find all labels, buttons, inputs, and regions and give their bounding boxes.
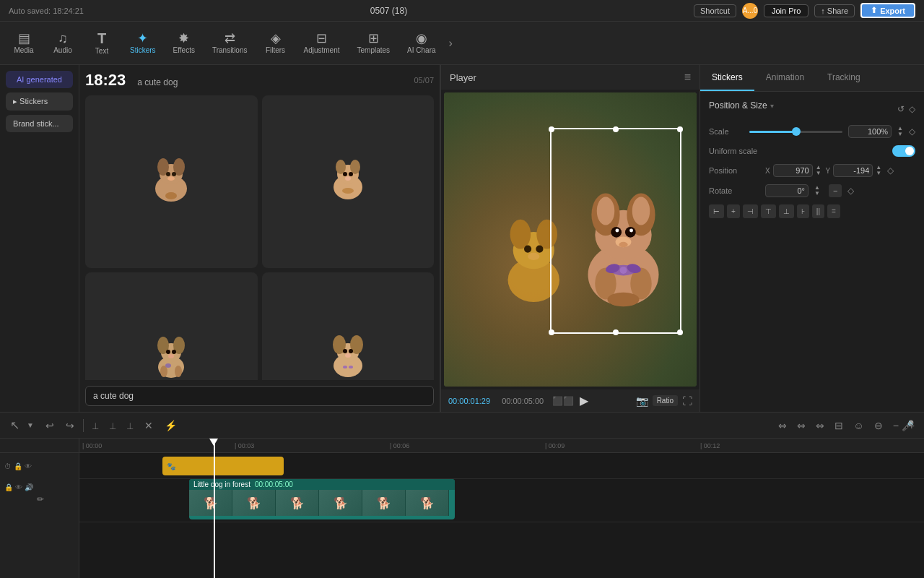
export-button[interactable]: ⬆ Export bbox=[860, 3, 915, 18]
nav-item-adjustment[interactable]: ⊟ Adjustment bbox=[297, 27, 347, 59]
nav-item-transitions[interactable]: ⇄ Transitions bbox=[205, 27, 255, 59]
toggle-on[interactable] bbox=[892, 145, 915, 157]
video-track-audio[interactable]: 🔊 bbox=[25, 483, 33, 491]
sticker-track-eye[interactable]: 👁 bbox=[25, 462, 32, 470]
project-id: 0507 (18) bbox=[370, 6, 407, 16]
sticker-track-clock[interactable]: ⏱ bbox=[4, 462, 12, 470]
sticker-item-1[interactable] bbox=[85, 95, 258, 268]
tab-animation[interactable]: Animation bbox=[754, 65, 816, 91]
sticker-item-2[interactable] bbox=[262, 95, 435, 268]
svg-point-38 bbox=[510, 220, 531, 249]
align-top-button[interactable]: ⊤ bbox=[761, 204, 776, 218]
position-keyframe-button[interactable]: ◇ bbox=[887, 165, 894, 176]
pos-x-down[interactable]: ▼ bbox=[816, 171, 821, 176]
nav-more-button[interactable]: › bbox=[446, 34, 456, 53]
uniform-scale-toggle[interactable] bbox=[892, 145, 915, 157]
timeline-tool-5[interactable]: ☺ bbox=[850, 418, 866, 433]
nav-item-templates[interactable]: ⊞ Templates bbox=[350, 27, 398, 59]
align-center-v-button[interactable]: ⊥ bbox=[779, 204, 794, 218]
keyframe-position-button[interactable]: ◇ bbox=[909, 104, 915, 114]
scale-keyframe-button[interactable]: ◇ bbox=[909, 126, 915, 137]
align-center-h-button[interactable]: + bbox=[727, 204, 740, 218]
cartoon-dog-sticker[interactable] bbox=[570, 145, 676, 351]
ai-generated-button[interactable]: AI generated bbox=[6, 71, 73, 88]
tab-tracking[interactable]: Tracking bbox=[816, 65, 872, 91]
redo-button[interactable]: ↪ bbox=[63, 418, 77, 433]
sticker-clip[interactable]: 🐾 bbox=[162, 457, 284, 475]
timeline-tool-6[interactable]: ⊖ bbox=[871, 418, 886, 433]
video-clip-label: Little dog in forest bbox=[193, 480, 250, 488]
video-track-icons: 🔒 👁 🔊 bbox=[4, 483, 74, 491]
nav-item-filters[interactable]: ◈ Filters bbox=[258, 27, 294, 59]
undo-button[interactable]: ↩ bbox=[43, 418, 57, 433]
align-bottom-button[interactable]: ⊦ bbox=[797, 204, 809, 218]
pos-x-field: X ▲ ▼ bbox=[765, 164, 821, 177]
position-size-chevron: ▾ bbox=[770, 102, 774, 110]
svg-point-52 bbox=[629, 229, 633, 233]
nav-item-aichars[interactable]: ◉ AI Chara bbox=[400, 27, 443, 59]
svg-point-50 bbox=[625, 227, 636, 238]
split-button[interactable]: ⟂ bbox=[90, 418, 101, 433]
reset-position-button[interactable]: ↺ bbox=[897, 104, 905, 114]
nav-item-stickers[interactable]: ✦ Stickers bbox=[123, 27, 163, 59]
split-right-button[interactable]: ⟂ bbox=[124, 418, 136, 433]
rotate-flip-button[interactable]: − bbox=[829, 184, 842, 197]
sticker-search-input[interactable] bbox=[85, 386, 434, 406]
play-button[interactable]: ▶ bbox=[580, 394, 588, 407]
rotate-input[interactable] bbox=[765, 184, 808, 197]
video-track-lock[interactable]: 🔒 bbox=[4, 483, 13, 491]
speed-button[interactable]: ⚡ bbox=[162, 418, 180, 433]
left-panel: AI generated ▸ Stickers Brand stick... bbox=[0, 65, 79, 412]
tab-stickers[interactable]: Stickers bbox=[700, 65, 754, 91]
nav-item-audio[interactable]: ♫ Audio bbox=[45, 27, 81, 59]
ratio-button[interactable]: Ratio bbox=[653, 395, 678, 406]
timeline-tool-2[interactable]: ⇔ bbox=[794, 418, 808, 433]
timeline-ruler: | 00:00 | 00:03 | 00:06 | 00:09 | 00:12 bbox=[79, 439, 924, 453]
scale-down-button[interactable]: ▼ bbox=[897, 131, 903, 137]
align-left-button[interactable]: ⊢ bbox=[709, 204, 724, 218]
align-dist-h-button[interactable]: || bbox=[812, 204, 824, 218]
avatar[interactable]: A...0 bbox=[742, 3, 758, 19]
player-menu-icon[interactable]: ≡ bbox=[684, 71, 691, 84]
right-panel: Stickers Animation Tracking Position & S… bbox=[700, 65, 924, 412]
align-dist-v-button[interactable]: = bbox=[827, 204, 840, 218]
nav-item-effects[interactable]: ✸ Effects bbox=[166, 27, 202, 59]
timeline-tool-4[interactable]: ⊟ bbox=[832, 418, 846, 433]
pos-y-input[interactable] bbox=[833, 164, 873, 177]
timeline-tool-1[interactable]: ⇔ bbox=[775, 418, 790, 433]
video-track-eye[interactable]: 👁 bbox=[15, 483, 22, 491]
nav-item-text[interactable]: T Text bbox=[84, 27, 120, 59]
pos-x-input[interactable] bbox=[773, 164, 813, 177]
pos-y-down[interactable]: ▼ bbox=[876, 171, 881, 176]
scale-input[interactable] bbox=[848, 125, 892, 138]
fullscreen-button[interactable]: ⛶ bbox=[682, 395, 692, 407]
stickers-category-button[interactable]: ▸ Stickers bbox=[6, 92, 73, 111]
sticker-time: 18:23 bbox=[85, 71, 126, 90]
shortcut-button[interactable]: Shortcut bbox=[694, 4, 736, 17]
pos-y-label: Y bbox=[826, 167, 831, 175]
timeline-tool-3[interactable]: ⇔ bbox=[813, 418, 827, 433]
brand-stickers-button[interactable]: Brand stick... bbox=[6, 115, 73, 132]
nav-item-media[interactable]: ▤ Media bbox=[6, 27, 42, 59]
delete-button[interactable]: ✕ bbox=[141, 418, 156, 433]
rotate-down[interactable]: ▼ bbox=[814, 191, 820, 197]
svg-point-25 bbox=[175, 366, 182, 377]
select-dropdown[interactable]: ▼ bbox=[24, 420, 37, 431]
select-button[interactable]: ↖ bbox=[7, 417, 22, 434]
video-track-edit[interactable]: ✏ bbox=[6, 494, 74, 504]
camera-button[interactable]: 📷 bbox=[636, 395, 648, 407]
mic-button[interactable]: 🎤 bbox=[899, 418, 917, 433]
svg-point-39 bbox=[536, 220, 557, 249]
scale-slider[interactable] bbox=[749, 131, 842, 133]
share-button[interactable]: ↑ Share bbox=[814, 4, 855, 17]
align-right-button[interactable]: ⊣ bbox=[743, 204, 758, 218]
sticker-clip-icon: 🐾 bbox=[167, 462, 175, 470]
join-pro-button[interactable]: Join Pro bbox=[764, 4, 808, 17]
svg-point-35 bbox=[349, 366, 353, 368]
video-clip[interactable]: Little dog in forest 00:00:05:00 🐕 🐕 🐕 🐕… bbox=[189, 479, 455, 519]
sticker-item-4[interactable] bbox=[262, 272, 435, 381]
sticker-item-3[interactable] bbox=[85, 272, 258, 381]
rotate-keyframe-button[interactable]: ◇ bbox=[847, 186, 854, 196]
split-left-button[interactable]: ⟂ bbox=[107, 418, 118, 433]
sticker-track-lock[interactable]: 🔒 bbox=[14, 462, 22, 470]
